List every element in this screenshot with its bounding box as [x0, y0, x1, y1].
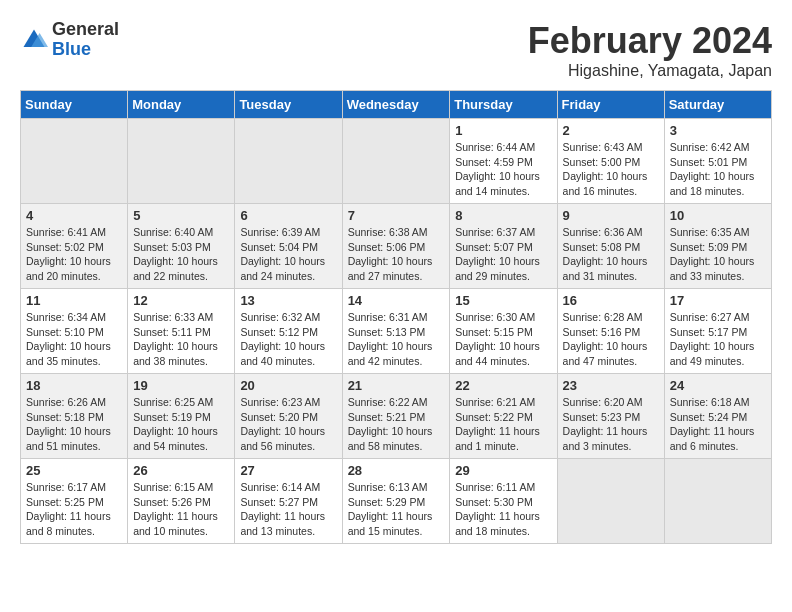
- weekday-header-sunday: Sunday: [21, 91, 128, 119]
- calendar-cell: 17Sunrise: 6:27 AM Sunset: 5:17 PM Dayli…: [664, 289, 771, 374]
- calendar-cell: 11Sunrise: 6:34 AM Sunset: 5:10 PM Dayli…: [21, 289, 128, 374]
- calendar-cell: 13Sunrise: 6:32 AM Sunset: 5:12 PM Dayli…: [235, 289, 342, 374]
- calendar-cell: 9Sunrise: 6:36 AM Sunset: 5:08 PM Daylig…: [557, 204, 664, 289]
- logo-general: General: [52, 19, 119, 39]
- calendar-cell: 24Sunrise: 6:18 AM Sunset: 5:24 PM Dayli…: [664, 374, 771, 459]
- day-info: Sunrise: 6:20 AM Sunset: 5:23 PM Dayligh…: [563, 395, 659, 454]
- day-number: 28: [348, 463, 445, 478]
- calendar-cell: [21, 119, 128, 204]
- day-info: Sunrise: 6:18 AM Sunset: 5:24 PM Dayligh…: [670, 395, 766, 454]
- day-number: 24: [670, 378, 766, 393]
- day-number: 23: [563, 378, 659, 393]
- weekday-header-thursday: Thursday: [450, 91, 557, 119]
- day-info: Sunrise: 6:17 AM Sunset: 5:25 PM Dayligh…: [26, 480, 122, 539]
- day-info: Sunrise: 6:27 AM Sunset: 5:17 PM Dayligh…: [670, 310, 766, 369]
- calendar-cell: [235, 119, 342, 204]
- calendar-cell: 27Sunrise: 6:14 AM Sunset: 5:27 PM Dayli…: [235, 459, 342, 544]
- calendar-cell: [128, 119, 235, 204]
- day-number: 3: [670, 123, 766, 138]
- logo-blue: Blue: [52, 39, 91, 59]
- calendar-cell: 21Sunrise: 6:22 AM Sunset: 5:21 PM Dayli…: [342, 374, 450, 459]
- calendar-cell: 2Sunrise: 6:43 AM Sunset: 5:00 PM Daylig…: [557, 119, 664, 204]
- day-number: 19: [133, 378, 229, 393]
- day-info: Sunrise: 6:38 AM Sunset: 5:06 PM Dayligh…: [348, 225, 445, 284]
- day-number: 20: [240, 378, 336, 393]
- calendar-cell: 1Sunrise: 6:44 AM Sunset: 4:59 PM Daylig…: [450, 119, 557, 204]
- calendar-cell: 10Sunrise: 6:35 AM Sunset: 5:09 PM Dayli…: [664, 204, 771, 289]
- day-number: 13: [240, 293, 336, 308]
- calendar-cell: 3Sunrise: 6:42 AM Sunset: 5:01 PM Daylig…: [664, 119, 771, 204]
- day-info: Sunrise: 6:34 AM Sunset: 5:10 PM Dayligh…: [26, 310, 122, 369]
- weekday-header-saturday: Saturday: [664, 91, 771, 119]
- day-info: Sunrise: 6:14 AM Sunset: 5:27 PM Dayligh…: [240, 480, 336, 539]
- calendar-cell: 8Sunrise: 6:37 AM Sunset: 5:07 PM Daylig…: [450, 204, 557, 289]
- calendar-cell: 26Sunrise: 6:15 AM Sunset: 5:26 PM Dayli…: [128, 459, 235, 544]
- day-number: 14: [348, 293, 445, 308]
- day-info: Sunrise: 6:11 AM Sunset: 5:30 PM Dayligh…: [455, 480, 551, 539]
- calendar-cell: 25Sunrise: 6:17 AM Sunset: 5:25 PM Dayli…: [21, 459, 128, 544]
- calendar-cell: 6Sunrise: 6:39 AM Sunset: 5:04 PM Daylig…: [235, 204, 342, 289]
- calendar-cell: [664, 459, 771, 544]
- day-info: Sunrise: 6:39 AM Sunset: 5:04 PM Dayligh…: [240, 225, 336, 284]
- day-number: 1: [455, 123, 551, 138]
- day-number: 9: [563, 208, 659, 223]
- day-number: 6: [240, 208, 336, 223]
- calendar-week-row: 18Sunrise: 6:26 AM Sunset: 5:18 PM Dayli…: [21, 374, 772, 459]
- calendar-week-row: 1Sunrise: 6:44 AM Sunset: 4:59 PM Daylig…: [21, 119, 772, 204]
- day-number: 25: [26, 463, 122, 478]
- day-number: 26: [133, 463, 229, 478]
- day-number: 17: [670, 293, 766, 308]
- day-info: Sunrise: 6:44 AM Sunset: 4:59 PM Dayligh…: [455, 140, 551, 199]
- calendar-header: SundayMondayTuesdayWednesdayThursdayFrid…: [21, 91, 772, 119]
- day-info: Sunrise: 6:30 AM Sunset: 5:15 PM Dayligh…: [455, 310, 551, 369]
- calendar-table: SundayMondayTuesdayWednesdayThursdayFrid…: [20, 90, 772, 544]
- calendar-body: 1Sunrise: 6:44 AM Sunset: 4:59 PM Daylig…: [21, 119, 772, 544]
- calendar-cell: 29Sunrise: 6:11 AM Sunset: 5:30 PM Dayli…: [450, 459, 557, 544]
- day-info: Sunrise: 6:36 AM Sunset: 5:08 PM Dayligh…: [563, 225, 659, 284]
- day-info: Sunrise: 6:21 AM Sunset: 5:22 PM Dayligh…: [455, 395, 551, 454]
- day-info: Sunrise: 6:40 AM Sunset: 5:03 PM Dayligh…: [133, 225, 229, 284]
- calendar-cell: 12Sunrise: 6:33 AM Sunset: 5:11 PM Dayli…: [128, 289, 235, 374]
- day-number: 27: [240, 463, 336, 478]
- day-number: 12: [133, 293, 229, 308]
- day-info: Sunrise: 6:25 AM Sunset: 5:19 PM Dayligh…: [133, 395, 229, 454]
- day-info: Sunrise: 6:15 AM Sunset: 5:26 PM Dayligh…: [133, 480, 229, 539]
- calendar-cell: 23Sunrise: 6:20 AM Sunset: 5:23 PM Dayli…: [557, 374, 664, 459]
- calendar-cell: 22Sunrise: 6:21 AM Sunset: 5:22 PM Dayli…: [450, 374, 557, 459]
- calendar-week-row: 11Sunrise: 6:34 AM Sunset: 5:10 PM Dayli…: [21, 289, 772, 374]
- calendar-cell: [557, 459, 664, 544]
- day-number: 10: [670, 208, 766, 223]
- weekday-header-tuesday: Tuesday: [235, 91, 342, 119]
- day-info: Sunrise: 6:28 AM Sunset: 5:16 PM Dayligh…: [563, 310, 659, 369]
- calendar-cell: 28Sunrise: 6:13 AM Sunset: 5:29 PM Dayli…: [342, 459, 450, 544]
- calendar-week-row: 25Sunrise: 6:17 AM Sunset: 5:25 PM Dayli…: [21, 459, 772, 544]
- calendar-cell: 20Sunrise: 6:23 AM Sunset: 5:20 PM Dayli…: [235, 374, 342, 459]
- day-number: 7: [348, 208, 445, 223]
- day-info: Sunrise: 6:43 AM Sunset: 5:00 PM Dayligh…: [563, 140, 659, 199]
- weekday-header-friday: Friday: [557, 91, 664, 119]
- day-number: 18: [26, 378, 122, 393]
- day-info: Sunrise: 6:31 AM Sunset: 5:13 PM Dayligh…: [348, 310, 445, 369]
- calendar-cell: 5Sunrise: 6:40 AM Sunset: 5:03 PM Daylig…: [128, 204, 235, 289]
- day-number: 15: [455, 293, 551, 308]
- logo-text: General Blue: [52, 20, 119, 60]
- day-number: 29: [455, 463, 551, 478]
- page-header: General Blue February 2024 Higashine, Ya…: [20, 20, 772, 80]
- calendar-week-row: 4Sunrise: 6:41 AM Sunset: 5:02 PM Daylig…: [21, 204, 772, 289]
- day-number: 11: [26, 293, 122, 308]
- title-block: February 2024 Higashine, Yamagata, Japan: [528, 20, 772, 80]
- day-number: 2: [563, 123, 659, 138]
- day-number: 16: [563, 293, 659, 308]
- weekday-header-row: SundayMondayTuesdayWednesdayThursdayFrid…: [21, 91, 772, 119]
- day-number: 8: [455, 208, 551, 223]
- calendar-cell: [342, 119, 450, 204]
- weekday-header-wednesday: Wednesday: [342, 91, 450, 119]
- day-info: Sunrise: 6:33 AM Sunset: 5:11 PM Dayligh…: [133, 310, 229, 369]
- calendar-cell: 4Sunrise: 6:41 AM Sunset: 5:02 PM Daylig…: [21, 204, 128, 289]
- day-info: Sunrise: 6:22 AM Sunset: 5:21 PM Dayligh…: [348, 395, 445, 454]
- calendar-cell: 16Sunrise: 6:28 AM Sunset: 5:16 PM Dayli…: [557, 289, 664, 374]
- calendar-cell: 19Sunrise: 6:25 AM Sunset: 5:19 PM Dayli…: [128, 374, 235, 459]
- day-number: 5: [133, 208, 229, 223]
- day-info: Sunrise: 6:26 AM Sunset: 5:18 PM Dayligh…: [26, 395, 122, 454]
- logo-icon: [20, 26, 48, 54]
